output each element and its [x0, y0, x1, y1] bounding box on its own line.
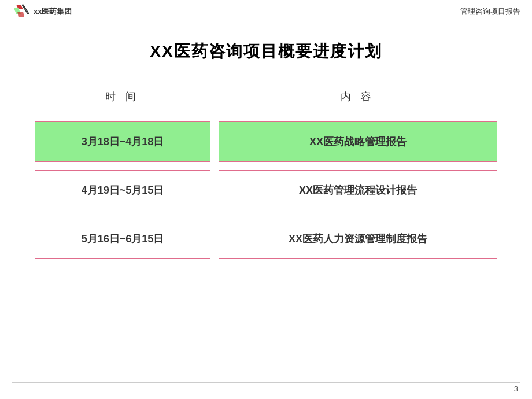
page-header: xx医药集团 管理咨询项目报告: [0, 0, 532, 23]
logo-icon: [12, 3, 30, 20]
table-header-row: 时 间 内 容: [35, 80, 497, 113]
cell-time-1: 3月18日~4月18日: [35, 121, 210, 162]
footer-divider: [12, 382, 520, 383]
svg-marker-2: [17, 12, 24, 17]
page-number: 3: [514, 385, 518, 393]
cell-content-2: XX医药管理流程设计报告: [219, 170, 497, 210]
col-content-header: 内 容: [219, 80, 497, 113]
cell-content-3: XX医药人力资源管理制度报告: [219, 219, 497, 259]
table-row: 3月18日~4月18日 XX医药战略管理报告: [35, 121, 497, 162]
col-time-header: 时 间: [35, 80, 210, 113]
svg-line-4: [23, 5, 29, 14]
cell-content-1: XX医药战略管理报告: [219, 121, 497, 162]
page-title: XX医药咨询项目概要进度计划: [35, 40, 497, 62]
company-logo-area: xx医药集团: [12, 3, 72, 20]
company-name: xx医药集团: [34, 6, 72, 17]
main-content: XX医药咨询项目概要进度计划 时 间 内 容 3月18日~4月18日 XX医药战…: [0, 23, 532, 279]
table-row: 5月16日~6月15日 XX医药人力资源管理制度报告: [35, 219, 497, 259]
cell-time-3: 5月16日~6月15日: [35, 219, 210, 259]
schedule-table: 时 间 内 容 3月18日~4月18日 XX医药战略管理报告 4月19日~5月1…: [35, 80, 497, 259]
report-type: 管理咨询项目报告: [460, 6, 520, 17]
table-row: 4月19日~5月15日 XX医药管理流程设计报告: [35, 170, 497, 210]
cell-time-2: 4月19日~5月15日: [35, 170, 210, 210]
